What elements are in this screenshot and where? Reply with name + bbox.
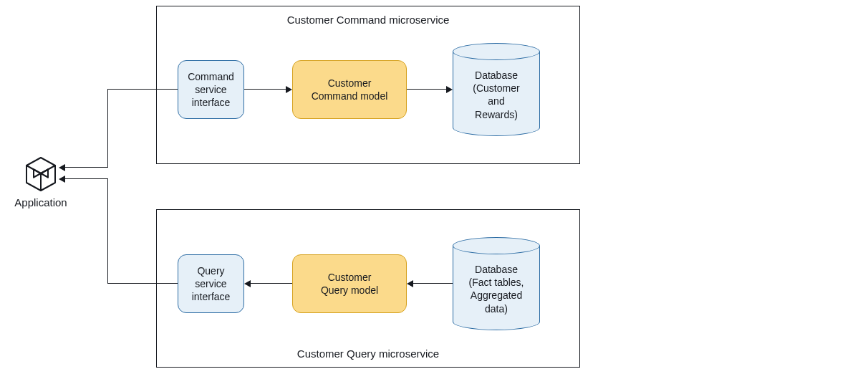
arrow-head-icon <box>286 86 292 93</box>
arrow-cmd-model-to-db <box>407 89 446 90</box>
connector-app-command-h1 <box>65 167 108 168</box>
application-icon <box>24 156 58 192</box>
customer-query-model-label: Customer Query model <box>321 271 378 297</box>
arrow-head-icon <box>446 86 453 93</box>
connector-app-query-v <box>107 178 108 284</box>
query-microservice-title: Customer Query microservice <box>157 347 579 360</box>
customer-command-model: Customer Command model <box>292 60 407 119</box>
arrow-query-db-to-model <box>413 283 453 284</box>
command-service-interface: Command service interface <box>178 60 244 119</box>
query-database: Database (Fact tables, Aggregated data) <box>453 237 540 330</box>
command-microservice-title: Customer Command microservice <box>157 14 579 26</box>
query-service-interface-label: Query service interface <box>192 264 231 304</box>
arrow-head-icon <box>407 280 413 287</box>
application-label: Application <box>7 196 74 208</box>
customer-command-model-label: Customer Command model <box>312 77 388 102</box>
command-service-interface-label: Command service interface <box>188 70 234 110</box>
arrow-cmd-interface-to-model <box>244 89 286 90</box>
connector-app-command-h2 <box>107 89 178 90</box>
connector-app-query-h2 <box>107 283 178 284</box>
connector-app-query-h1 <box>65 178 108 179</box>
query-database-label: Database (Fact tables, Aggregated data) <box>453 263 540 315</box>
query-service-interface: Query service interface <box>178 254 244 313</box>
customer-query-model: Customer Query model <box>292 254 407 313</box>
arrow-head-icon <box>244 280 251 287</box>
arrow-head-icon <box>59 164 65 171</box>
connector-app-command-v <box>107 89 108 168</box>
arrow-query-model-to-interface <box>251 283 292 284</box>
arrow-head-icon <box>59 176 65 183</box>
command-database-label: Database (Customer and Rewards) <box>453 69 540 121</box>
command-database: Database (Customer and Rewards) <box>453 43 540 136</box>
